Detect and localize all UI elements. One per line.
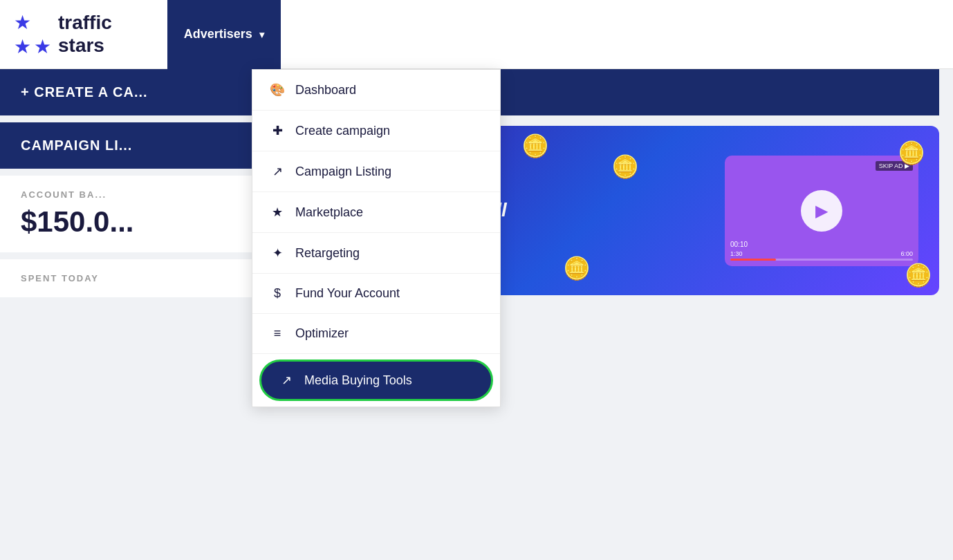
video-time: 00:10	[730, 241, 913, 248]
dropdown-label-marketplace: Marketplace	[295, 205, 363, 220]
video-player[interactable]: ▶ SKIP AD ▶ 00:10 1:30 6:00	[725, 156, 918, 266]
coin-icon-5: 🪙	[905, 262, 932, 288]
chevron-down-icon: ▾	[259, 29, 264, 40]
video-progress-fill	[730, 259, 776, 261]
video-progress-bar[interactable]	[730, 259, 913, 261]
coin-icon-3: 🪙	[563, 255, 591, 281]
dollar-icon: $	[269, 286, 286, 301]
logo: ★ ★ ★ traffic stars	[14, 11, 112, 58]
spent-today-label: SPENT TODAY	[21, 273, 231, 283]
play-button[interactable]: ▶	[801, 190, 842, 232]
create-campaign-label: + CREATE A CA...	[21, 84, 148, 100]
coin-icon-4: 🪙	[898, 140, 925, 166]
plus-icon: ✚	[269, 123, 286, 138]
left-panel: + CREATE A CA... CAMPAIGN LI... ACCOUNT …	[0, 69, 252, 560]
dropdown-label-retargeting: Retargeting	[295, 246, 360, 261]
dropdown-label-media-buying-tools: Media Buying Tools	[304, 373, 412, 388]
account-balance-label: ACCOUNT BA...	[21, 189, 231, 200]
coin-icon-2: 🪙	[611, 153, 639, 180]
target-icon: ✦	[269, 245, 286, 261]
campaign-listing-label: CAMPAIGN LI...	[21, 138, 132, 153]
dropdown-label-dashboard: Dashboard	[295, 83, 356, 97]
account-balance-card: ACCOUNT BA... $150.0...	[0, 176, 252, 252]
coin-icon-1: 🪙	[521, 133, 549, 159]
logo-text: traffic stars	[58, 12, 112, 56]
chart-icon: ↗	[269, 164, 286, 179]
dropdown-item-campaign-listing[interactable]: ↗ Campaign Listing	[252, 151, 500, 192]
media-tools-icon: ↗	[278, 373, 295, 388]
dropdown-item-create-campaign[interactable]: ✚ Create campaign	[252, 111, 500, 151]
dropdown-label-optimizer: Optimizer	[295, 326, 349, 341]
advertisers-dropdown: 🎨 Dashboard ✚ Create campaign ↗ Campaign…	[252, 69, 501, 407]
create-campaign-button[interactable]: + CREATE A CA...	[0, 69, 252, 115]
video-current-time: 00:10	[730, 241, 748, 248]
advertisers-button[interactable]: Advertisers ▾	[167, 0, 281, 69]
account-balance-value: $150.0...	[21, 205, 231, 239]
star-icon-2: ★	[14, 35, 31, 58]
dropdown-item-marketplace[interactable]: ★ Marketplace	[252, 192, 500, 233]
dropdown-label-create-campaign: Create campaign	[295, 124, 390, 138]
dropdown-item-retargeting[interactable]: ✦ Retargeting	[252, 233, 500, 274]
dashboard-icon: 🎨	[269, 82, 286, 97]
star-icon: ★	[269, 205, 286, 220]
star-icon-3: ★	[34, 35, 51, 58]
spent-today-card: SPENT TODAY	[0, 259, 252, 297]
optimizer-icon: ≡	[269, 326, 286, 341]
campaign-listing-button[interactable]: CAMPAIGN LI...	[0, 122, 252, 169]
star-icon-1: ★	[14, 11, 31, 34]
video-end-time: 6:00	[900, 250, 913, 257]
video-controls: 00:10 1:30 6:00	[730, 241, 913, 261]
dropdown-item-dashboard[interactable]: 🎨 Dashboard	[252, 70, 500, 111]
dropdown-item-media-buying-tools[interactable]: ↗ Media Buying Tools	[259, 360, 493, 401]
advertisers-label: Advertisers	[184, 27, 252, 41]
video-start-time: 1:30	[730, 250, 743, 257]
header: ★ ★ ★ traffic stars Advertisers ▾	[0, 0, 953, 69]
logo-stars: ★ ★ ★	[14, 11, 51, 58]
dropdown-label-campaign-listing: Campaign Listing	[295, 165, 391, 179]
dropdown-label-fund-account: Fund Your Account	[295, 286, 400, 301]
dropdown-item-optimizer[interactable]: ≡ Optimizer	[252, 314, 500, 354]
dropdown-item-fund-account[interactable]: $ Fund Your Account	[252, 274, 500, 314]
